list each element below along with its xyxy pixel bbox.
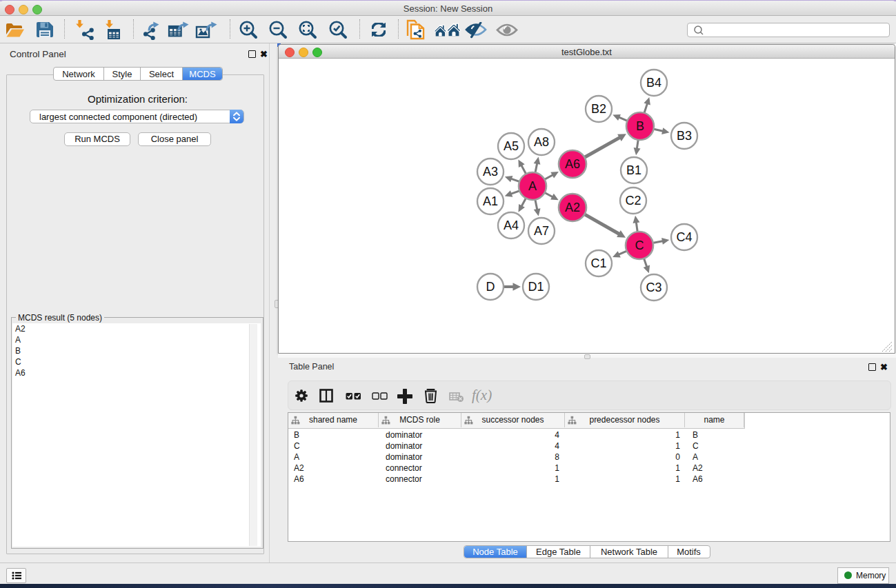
svg-text:B4: B4: [646, 76, 661, 90]
svg-text:A2: A2: [565, 201, 580, 214]
svg-text:A4: A4: [504, 219, 519, 232]
svg-text:B1: B1: [626, 163, 641, 177]
svg-text:C3: C3: [646, 281, 661, 294]
svg-text:B3: B3: [677, 129, 692, 143]
svg-text:C: C: [635, 239, 644, 252]
svg-text:B2: B2: [591, 102, 606, 116]
svg-text:B: B: [636, 119, 644, 133]
svg-text:A8: A8: [534, 135, 549, 149]
svg-text:C4: C4: [676, 230, 692, 244]
svg-text:A: A: [528, 179, 537, 193]
svg-text:A6: A6: [565, 157, 580, 171]
svg-text:A3: A3: [483, 165, 498, 179]
svg-text:A1: A1: [483, 194, 498, 208]
svg-text:A7: A7: [534, 224, 549, 238]
svg-text:C1: C1: [590, 256, 606, 270]
svg-text:D: D: [486, 280, 495, 294]
svg-text:D1: D1: [528, 280, 544, 294]
svg-text:C2: C2: [625, 194, 641, 207]
svg-text:A5: A5: [504, 139, 519, 153]
